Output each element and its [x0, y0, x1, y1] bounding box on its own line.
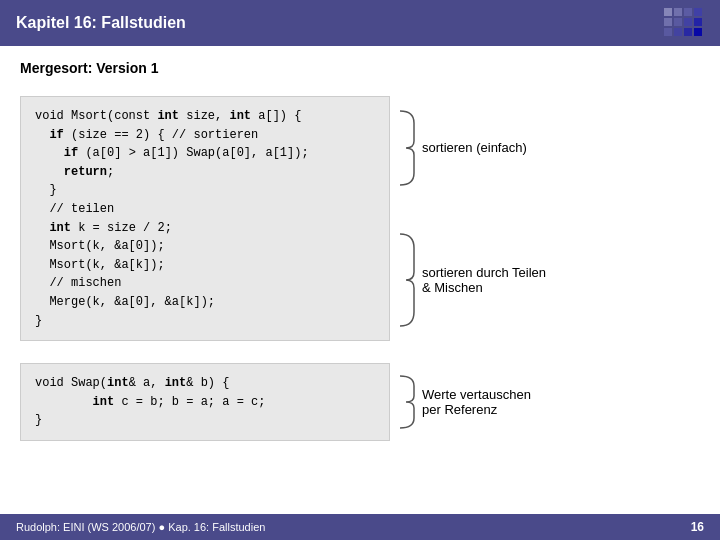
- svg-rect-5: [674, 18, 682, 26]
- logo-icon: [664, 8, 704, 38]
- brace-top-icon: [398, 109, 416, 187]
- annotation-1-top: sortieren (einfach): [398, 109, 546, 187]
- footer-left: Rudolph: EINI (WS 2006/07) ● Kap. 16: Fa…: [16, 521, 265, 533]
- annotation-text-bottom: sortieren durch Teilen& Mischen: [422, 265, 546, 295]
- annotation-text-2: Werte vertauschenper Referenz: [422, 387, 531, 417]
- code-line-8: Msort(k, &a[0]);: [35, 239, 165, 253]
- main-content: Mergesort: Version 1 void Msort(const in…: [0, 46, 720, 514]
- section-title: Mergesort: Version 1: [20, 60, 700, 76]
- code-line-6: // teilen: [35, 202, 114, 216]
- annotation-text-top: sortieren (einfach): [422, 140, 527, 155]
- annotation-side-2: Werte vertauschenper Referenz: [390, 363, 531, 441]
- header: Kapitel 16: Fallstudien: [0, 0, 720, 46]
- brace-2-icon: [398, 374, 416, 430]
- code-line-2: if (size == 2) { // sortieren: [35, 128, 258, 142]
- code2-line-1: void Swap(int& a, int& b) {: [35, 376, 229, 390]
- annotation-side-1: sortieren (einfach) sortieren durch Teil…: [390, 96, 546, 341]
- header-title: Kapitel 16: Fallstudien: [16, 14, 186, 32]
- code-block-2: void Swap(int& a, int& b) { int c = b; b…: [20, 363, 700, 441]
- svg-rect-8: [664, 28, 672, 36]
- code-line-7: int k = size / 2;: [35, 221, 172, 235]
- code-line-12: }: [35, 314, 42, 328]
- code-block-1: void Msort(const int size, int a[]) { if…: [20, 96, 700, 341]
- footer-bullet: ●: [158, 521, 168, 533]
- annotation-2: Werte vertauschenper Referenz: [398, 374, 531, 430]
- brace-bottom-icon: [398, 232, 416, 328]
- svg-rect-3: [694, 8, 702, 16]
- svg-rect-9: [674, 28, 682, 36]
- svg-rect-7: [694, 18, 702, 26]
- svg-rect-4: [664, 18, 672, 26]
- code-line-1: void Msort(const int size, int a[]) {: [35, 109, 301, 123]
- svg-rect-0: [664, 8, 672, 16]
- code-box-2: void Swap(int& a, int& b) { int c = b; b…: [20, 363, 390, 441]
- code-line-9: Msort(k, &a[k]);: [35, 258, 165, 272]
- svg-rect-2: [684, 8, 692, 16]
- code-line-10: // mischen: [35, 276, 121, 290]
- page: Kapitel 16: Fallstudien Mergesort: Versi…: [0, 0, 720, 540]
- code-line-5: }: [35, 183, 57, 197]
- code2-line-2: int c = b; b = a; a = c;: [35, 395, 265, 409]
- footer: Rudolph: EINI (WS 2006/07) ● Kap. 16: Fa…: [0, 514, 720, 540]
- svg-rect-11: [694, 28, 702, 36]
- annotation-1-bottom: sortieren durch Teilen& Mischen: [398, 232, 546, 328]
- footer-page: 16: [691, 520, 704, 534]
- code2-line-3: }: [35, 413, 42, 427]
- code-line-4: return;: [35, 165, 114, 179]
- code-line-3: if (a[0] > a[1]) Swap(a[0], a[1]);: [35, 146, 309, 160]
- code-box-1: void Msort(const int size, int a[]) { if…: [20, 96, 390, 341]
- svg-rect-6: [684, 18, 692, 26]
- svg-rect-1: [674, 8, 682, 16]
- code-line-11: Merge(k, &a[0], &a[k]);: [35, 295, 215, 309]
- svg-rect-10: [684, 28, 692, 36]
